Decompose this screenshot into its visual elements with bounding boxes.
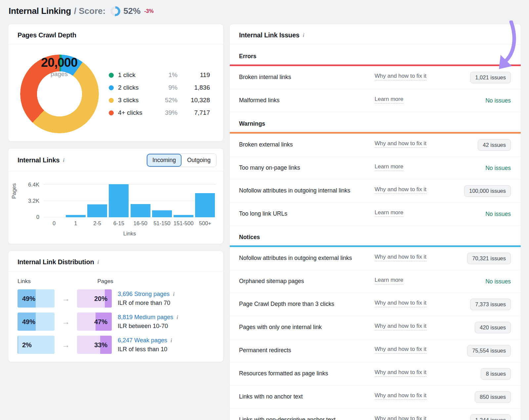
issues-count-button[interactable]: 1,244 issues [470, 414, 511, 420]
score-label: / Score: [74, 6, 105, 16]
legend-item: 1 click1%119 [109, 69, 210, 81]
info-icon[interactable]: i [63, 157, 64, 164]
issue-label: Nofollow attributes in outgoing external… [239, 253, 365, 263]
issue-help-cell: Why and how to fix it [375, 322, 460, 329]
bar-slot-51-150 [151, 184, 173, 217]
issue-count-cell: 850 issues [460, 391, 511, 403]
issues-count-button[interactable]: 100,000 issues [464, 185, 511, 197]
why-how-to-fix-link[interactable]: Why and how to fix it [375, 323, 427, 330]
issue-label: Resources formatted as page links [239, 368, 365, 378]
legend-dot-icon [109, 110, 114, 115]
incoming-outgoing-toggle: IncomingOutgoing [146, 153, 217, 167]
issue-count-cell: No issues [460, 208, 511, 220]
pages-group-link[interactable]: 6,247 Weak pages [118, 337, 167, 344]
learn-more-link[interactable]: Learn more [375, 209, 403, 217]
distribution-header: Internal Link Distribution i [8, 251, 223, 272]
issue-count-cell: 1,021 issues [460, 72, 511, 83]
issue-label: Too long link URLs [239, 208, 365, 218]
distribution-text: 8,819 Medium pagesiILR between 10-70 [118, 313, 178, 331]
info-icon[interactable]: i [173, 291, 175, 297]
issues-count-button[interactable]: 42 issues [478, 139, 511, 151]
issue-row: Nofollow attributes in outgoing external… [230, 247, 521, 270]
bar-16-50 [131, 204, 150, 217]
issue-row: Broken internal linksWhy and how to fix … [230, 66, 521, 89]
learn-more-link[interactable]: Learn more [375, 96, 403, 104]
links-percent-label: 2% [22, 341, 32, 349]
x-tick: 16-50 [130, 220, 151, 227]
no-issues-label: No issues [485, 97, 511, 104]
info-icon[interactable]: i [303, 32, 305, 39]
legend-dot-icon [109, 98, 114, 103]
issues-section-notices: NoticesNofollow attributes in outgoing e… [230, 226, 521, 420]
bar-51-150 [152, 210, 172, 217]
why-how-to-fix-link[interactable]: Why and how to fix it [375, 254, 427, 261]
issue-help-cell: Why and how to fix it [375, 139, 460, 147]
right-column: Internal Link Issues i ErrorsBroken inte… [229, 24, 521, 420]
issue-label: Too many on-page links [239, 162, 365, 172]
learn-more-link[interactable]: Learn more [375, 163, 403, 171]
pages-percent-label: 47% [94, 318, 107, 325]
toggle-incoming[interactable]: Incoming [147, 154, 182, 167]
legend-item: 4+ clicks39%7,717 [109, 106, 210, 119]
issue-row: Malformed linksLearn moreNo issues [230, 89, 521, 112]
left-column: Pages Crawl Depth 20,000 pages 1 click1%… [8, 24, 224, 369]
bar-slot-0 [43, 184, 65, 217]
issues-count-button[interactable]: 1,021 issues [470, 72, 511, 83]
pages-column-header: Pages [88, 278, 123, 285]
distribution-row: 49%→47%8,819 Medium pagesiILR between 10… [18, 313, 215, 331]
x-tick: 51-150 [151, 220, 173, 227]
why-how-to-fix-link[interactable]: Why and how to fix it [375, 186, 427, 194]
info-icon[interactable]: i [171, 337, 172, 344]
bar-slot-151-500 [173, 184, 194, 217]
issue-row: Orphaned sitemap pagesLearn moreNo issue… [230, 270, 521, 293]
legend-value: 1,836 [178, 84, 210, 91]
distribution-link-line: 6,247 Weak pagesi [118, 336, 172, 345]
why-how-to-fix-link[interactable]: Why and how to fix it [375, 369, 427, 377]
pages-crawl-depth-header: Pages Crawl Depth [8, 24, 223, 45]
y-tick-32k: 3.2K [28, 198, 39, 204]
crawl-depth-body: 20,000 pages 1 click1%1192 clicks9%1,836… [8, 45, 223, 140]
links-bar-fill [18, 336, 18, 354]
issues-count-button[interactable]: 850 issues [475, 391, 511, 403]
bar-slot-2-5 [87, 184, 108, 217]
pages-percent-label: 20% [94, 295, 107, 302]
issues-count-button[interactable]: 420 issues [475, 322, 511, 333]
pages-percent-bar: 47% [77, 313, 112, 331]
issue-row: Too long link URLsLearn moreNo issues [230, 203, 521, 226]
why-how-to-fix-link[interactable]: Why and how to fix it [375, 300, 427, 307]
learn-more-link[interactable]: Learn more [375, 277, 403, 284]
issue-count-cell: 420 issues [460, 322, 511, 333]
toggle-outgoing[interactable]: Outgoing [182, 154, 216, 167]
legend-dot-icon [109, 73, 114, 78]
pages-group-link[interactable]: 8,819 Medium pages [118, 314, 173, 320]
issue-help-cell: Learn more [375, 276, 460, 283]
pages-crawl-depth-title: Pages Crawl Depth [18, 31, 76, 39]
issues-count-button[interactable]: 7,373 issues [470, 299, 511, 310]
crawl-depth-donut-chart [20, 55, 99, 133]
score-value: 52% [123, 6, 141, 16]
bar-slot-1 [65, 184, 86, 217]
why-how-to-fix-link[interactable]: Why and how to fix it [375, 346, 427, 354]
bar-6-15 [109, 184, 129, 217]
issues-count-button[interactable]: 75,554 issues [467, 345, 511, 357]
why-how-to-fix-link[interactable]: Why and how to fix it [375, 140, 427, 148]
why-how-to-fix-link[interactable]: Why and how to fix it [375, 392, 427, 400]
right-arrow-icon: → [55, 294, 77, 303]
legend-value: 7,717 [178, 109, 210, 116]
why-how-to-fix-link[interactable]: Why and how to fix it [375, 73, 427, 80]
issues-count-button[interactable]: 8 issues [481, 368, 511, 380]
info-icon[interactable]: i [177, 314, 178, 320]
legend-item: 3 clicks52%10,328 [109, 94, 210, 106]
why-how-to-fix-link[interactable]: Why and how to fix it [375, 415, 427, 420]
pages-percent-label: 33% [94, 341, 107, 349]
pages-group-link[interactable]: 3,696 Strong pages [118, 291, 170, 297]
issues-section-errors: ErrorsBroken internal linksWhy and how t… [230, 45, 521, 112]
distribution-text: 6,247 Weak pagesiILR of less than 10 [118, 336, 172, 354]
issues-count-button[interactable]: 70,321 issues [467, 253, 511, 264]
y-tick-64k: 6.4K [28, 182, 39, 188]
issue-row: Broken external linksWhy and how to fix … [230, 134, 521, 157]
issue-help-cell: Learn more [375, 208, 460, 216]
issue-row: Permanent redirectsWhy and how to fix it… [230, 339, 521, 362]
info-icon[interactable]: i [97, 259, 99, 266]
issues-header: Internal Link Issues i [230, 24, 521, 45]
